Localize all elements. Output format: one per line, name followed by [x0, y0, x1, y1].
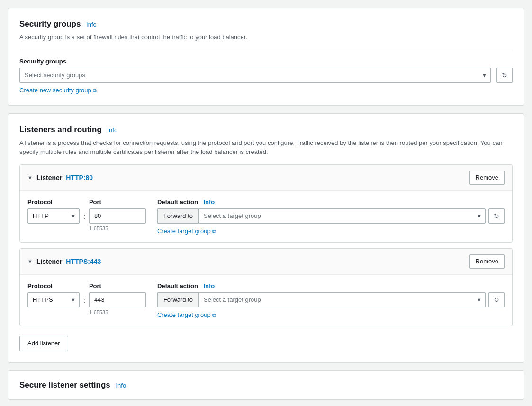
listener-https443-port-hint: 1-65535 [89, 309, 146, 315]
listener-http80-forward-label: Forward to [157, 208, 198, 224]
external-link-icon-http80: ⧉ [212, 228, 216, 234]
listener-https443-create-target-link[interactable]: Create target group⧉ [157, 311, 216, 318]
listener-http80-header: ▼ Listener HTTP:80 Remove [20, 165, 512, 191]
listener-http80-forward-row: Forward to Select a target group ▼ ↻ [157, 208, 505, 224]
listener-http80-fields: Protocol HTTP HTTPS ▼ : Port [27, 198, 505, 235]
listener-http80-remove-button[interactable]: Remove [469, 171, 505, 185]
listener-http80-target-select[interactable]: Select a target group [198, 208, 486, 224]
listener-https443-colon: : [80, 293, 89, 304]
listener-https443-title: ▼ Listener HTTPS:443 [27, 258, 101, 265]
listeners-list: ▼ Listener HTTP:80 Remove Protocol HTTP … [19, 164, 513, 326]
listeners-routing-card: Listeners and routing Info A listener is… [8, 113, 524, 363]
add-listener-button[interactable]: Add listener [19, 336, 68, 351]
security-groups-select[interactable]: Select security groups [19, 68, 491, 83]
listener-https443-forward-row: Forward to Select a target group ▼ ↻ [157, 292, 505, 307]
secure-listener-title: Secure listener settings [19, 380, 110, 389]
listener-https443-protocol-label: HTTPS:443 [66, 258, 101, 265]
security-groups-card: Security groups Info A security group is… [8, 8, 524, 106]
listener-https443-protocol-label-el: Protocol [27, 282, 80, 289]
secure-listener-card: Secure listener settings Info [8, 370, 524, 400]
security-groups-header: Security groups Info [19, 19, 513, 29]
listener-http80-colon: : [80, 209, 89, 220]
security-groups-desc: A security group is a set of firewall ru… [19, 33, 513, 42]
security-groups-info-link[interactable]: Info [86, 21, 97, 28]
listener-http80-protocol-group: Protocol HTTP HTTPS ▼ [27, 198, 80, 224]
external-link-icon: ⧉ [93, 88, 97, 93]
listener-https443-forward-label: Forward to [157, 292, 198, 307]
listener-https443-action-info-link[interactable]: Info [203, 282, 215, 289]
listener-http80-title: ▼ Listener HTTP:80 [27, 174, 93, 181]
listener-http80-action-info-link[interactable]: Info [203, 198, 215, 206]
security-groups-divider [19, 50, 513, 50]
listener-http80-chevron: ▼ [27, 175, 33, 180]
listener-http80-protocol-label-el: Protocol [27, 198, 80, 206]
listener-https443-default-action-label: Default action Info [157, 282, 505, 289]
listeners-info-link[interactable]: Info [107, 126, 117, 134]
listeners-desc: A listener is a process that checks for … [19, 138, 513, 157]
listener-http80-body: Protocol HTTP HTTPS ▼ : Port [20, 191, 512, 242]
create-security-group-link[interactable]: Create new security group⧉ [19, 87, 97, 94]
listener-https443-remove-button[interactable]: Remove [469, 254, 505, 269]
listener-https443-protocol-select-wrapper: HTTP HTTPS ▼ [27, 292, 80, 307]
listener-https443-chevron: ▼ [27, 259, 33, 264]
listener-https443-target-select[interactable]: Select a target group [198, 292, 486, 307]
listener-https443-port-input[interactable] [89, 292, 146, 307]
listener-https443-port-label: Port [89, 282, 146, 289]
secure-listener-info-link[interactable]: Info [116, 382, 126, 389]
listener-https443: ▼ Listener HTTPS:443 Remove Protocol HTT… [19, 248, 513, 326]
listener-https443-target-select-wrapper: Select a target group ▼ [198, 292, 486, 307]
listeners-title: Listeners and routing [19, 125, 102, 134]
listener-https443-body: Protocol HTTP HTTPS ▼ : Port [20, 275, 512, 326]
listener-http80-port-hint: 1-65535 [89, 226, 146, 231]
security-groups-select-wrapper: Select security groups ▼ [19, 68, 491, 83]
listener-https443-refresh-button[interactable]: ↻ [488, 292, 505, 307]
listener-http80-create-target-link[interactable]: Create target group⧉ [157, 227, 216, 235]
listeners-header: Listeners and routing Info [19, 125, 513, 135]
listener-http80-default-action-group: Default action Info Forward to Select a … [157, 198, 505, 235]
listener-https443-default-action-group: Default action Info Forward to Select a … [157, 282, 505, 318]
listener-https443-fields: Protocol HTTP HTTPS ▼ : Port [27, 282, 505, 318]
listener-https443-port-group: Port 1-65535 [89, 282, 146, 315]
security-groups-label: Security groups [19, 58, 513, 65]
listener-http80-default-action-label: Default action Info [157, 198, 505, 206]
external-link-icon-https443: ⧉ [212, 312, 216, 318]
listener-http80-protocol-label: HTTP:80 [66, 174, 93, 181]
security-groups-title: Security groups [19, 19, 81, 28]
listener-https443-protocol-group: Protocol HTTP HTTPS ▼ [27, 282, 80, 307]
listener-http80-port-input[interactable] [89, 208, 146, 224]
listener-http80: ▼ Listener HTTP:80 Remove Protocol HTTP … [19, 164, 513, 243]
listener-https443-header: ▼ Listener HTTPS:443 Remove [20, 249, 512, 275]
listener-http80-port-group: Port 1-65535 [89, 198, 146, 231]
listener-https443-label-prefix: Listener [36, 258, 62, 265]
listener-https443-protocol-select[interactable]: HTTP HTTPS [27, 292, 80, 307]
security-groups-refresh-button[interactable]: ↻ [496, 68, 513, 83]
listener-http80-port-label: Port [89, 198, 146, 206]
listener-http80-protocol-select-wrapper: HTTP HTTPS ▼ [27, 208, 80, 224]
listener-http80-label-prefix: Listener [36, 174, 62, 181]
listener-http80-protocol-select[interactable]: HTTP HTTPS [27, 208, 80, 224]
listener-http80-refresh-button[interactable]: ↻ [488, 208, 505, 224]
listener-http80-target-select-wrapper: Select a target group ▼ [198, 208, 486, 224]
